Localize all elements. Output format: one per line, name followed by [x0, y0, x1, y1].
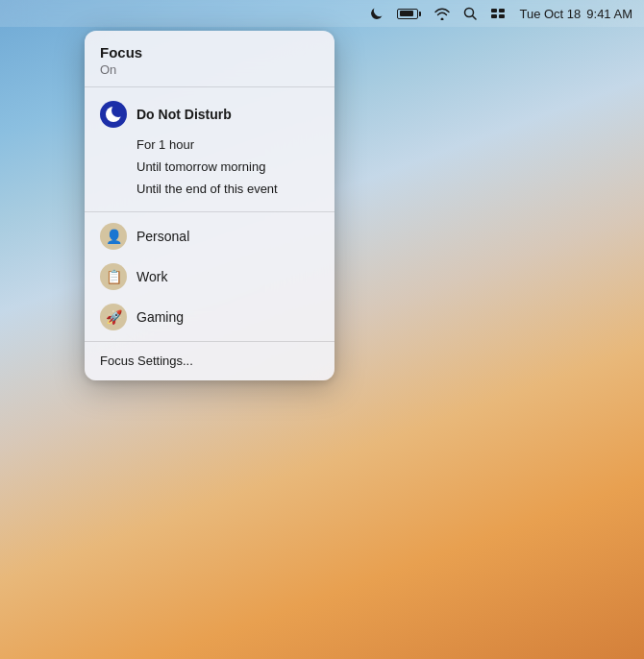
- dnd-icon: [100, 101, 127, 128]
- dnd-icon-inner: [106, 107, 121, 122]
- dnd-sub-item-0[interactable]: For 1 hour: [136, 134, 319, 156]
- focus-status: On: [100, 62, 319, 77]
- focus-mode-personal[interactable]: 👤 Personal: [85, 216, 334, 256]
- svg-line-1: [473, 16, 477, 20]
- svg-rect-2: [491, 9, 497, 12]
- spotlight-icon[interactable]: [463, 7, 477, 20]
- menubar-date: Tue Oct 18: [519, 7, 581, 21]
- dnd-label: Do Not Disturb: [136, 107, 232, 122]
- wifi-icon[interactable]: [434, 8, 450, 20]
- personal-label: Personal: [136, 229, 189, 244]
- dnd-icon-mask: [111, 104, 125, 117]
- focus-settings-label: Focus Settings...: [100, 354, 193, 368]
- svg-rect-3: [499, 9, 505, 12]
- work-icon: 📋: [100, 263, 127, 290]
- dnd-sub-item-1[interactable]: Until tomorrow morning: [136, 156, 319, 178]
- dnd-main-item[interactable]: Do Not Disturb: [85, 95, 334, 134]
- control-center-icon[interactable]: [490, 8, 506, 19]
- focus-menu: Focus On Do Not Disturb For 1 hour Until…: [85, 31, 334, 380]
- focus-mode-work[interactable]: 📋 Work: [85, 256, 334, 297]
- menubar-time: 9:41 AM: [586, 7, 632, 21]
- focus-title: Focus: [100, 44, 319, 61]
- gaming-icon: 🚀: [100, 304, 127, 330]
- focus-modes-section: 👤 Personal 📋 Work 🚀 Gaming: [85, 212, 334, 341]
- battery-body: [397, 9, 418, 19]
- focus-moon-icon[interactable]: [369, 7, 384, 21]
- svg-rect-4: [491, 14, 497, 18]
- battery-icon[interactable]: [397, 9, 421, 19]
- work-label: Work: [136, 269, 167, 284]
- focus-mode-gaming[interactable]: 🚀 Gaming: [85, 297, 334, 337]
- battery-tip: [419, 12, 421, 16]
- menubar-icons: Tue Oct 18 9:41 AM: [369, 7, 632, 21]
- menu-header: Focus On: [85, 31, 334, 86]
- dnd-sub-item-2[interactable]: Until the end of this event: [136, 178, 319, 200]
- focus-settings[interactable]: Focus Settings...: [85, 341, 334, 380]
- menubar: Tue Oct 18 9:41 AM: [0, 0, 644, 27]
- dnd-section: Do Not Disturb For 1 hour Until tomorrow…: [85, 87, 334, 211]
- personal-icon: 👤: [100, 223, 127, 250]
- svg-rect-5: [499, 14, 505, 18]
- gaming-label: Gaming: [136, 309, 184, 325]
- dnd-sub-items: For 1 hour Until tomorrow morning Until …: [85, 134, 334, 204]
- menubar-datetime[interactable]: Tue Oct 18 9:41 AM: [519, 7, 632, 21]
- battery-fill: [400, 11, 413, 16]
